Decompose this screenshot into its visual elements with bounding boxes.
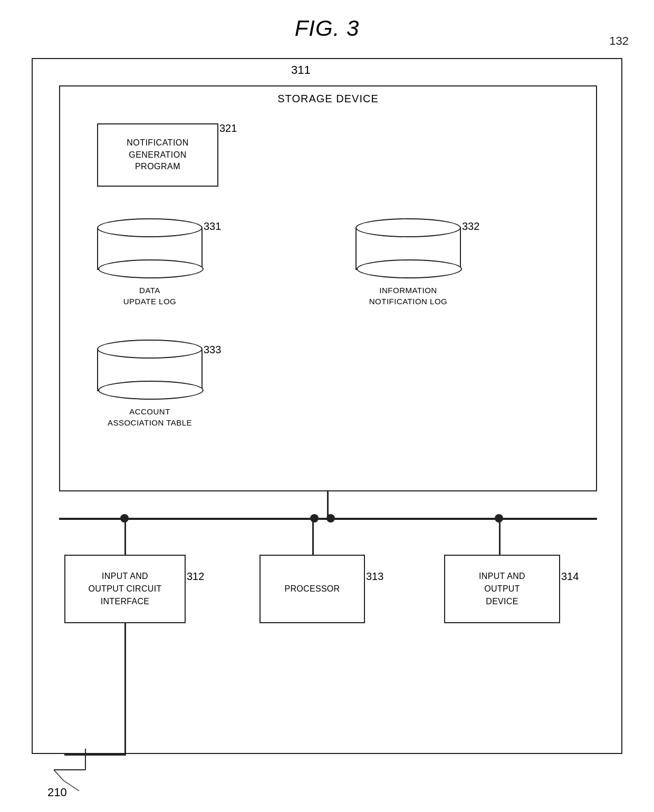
label-132: 132: [609, 34, 629, 48]
label-332: 332: [462, 220, 479, 233]
db-333-top: [97, 340, 203, 359]
db-331-cylinder: [97, 218, 203, 270]
label-331: 331: [204, 220, 221, 233]
storage-device-box: STORAGE DEVICE NOTIFICATION GENERATION P…: [59, 85, 597, 491]
label-312: 312: [187, 571, 204, 583]
ngp-label: NOTIFICATION GENERATION PROGRAM: [127, 137, 189, 172]
bus-dot-313: [310, 514, 319, 523]
db-333-container: ACCOUNT ASSOCIATION TABLE: [97, 340, 203, 428]
bus-dot-storage: [326, 514, 335, 523]
vert-conn-314: [499, 520, 501, 555]
label-314: 314: [561, 571, 579, 583]
db-331-bottom: [98, 259, 204, 278]
box-313-label: PROCESSOR: [285, 583, 340, 595]
vert-conn-out: [124, 623, 126, 755]
db-333-cylinder: [97, 340, 203, 391]
label-321: 321: [219, 122, 237, 134]
leader-210: [21, 749, 127, 812]
vert-conn-313: [312, 520, 314, 555]
db-332-cylinder: [355, 218, 461, 270]
input-output-circuit-interface-box: INPUT AND OUTPUT CIRCUIT INTERFACE: [64, 555, 186, 623]
db-332-container: INFORMATION NOTIFICATION LOG: [355, 218, 461, 307]
box-314-label: INPUT AND OUTPUT DEVICE: [479, 570, 525, 608]
db-331-container: DATA UPDATE LOG: [97, 218, 203, 307]
db-332-bottom: [357, 259, 462, 278]
db-331-top: [97, 218, 203, 237]
storage-device-label: STORAGE DEVICE: [60, 93, 596, 105]
box-312-label: INPUT AND OUTPUT CIRCUIT INTERFACE: [88, 570, 161, 608]
vert-conn-312: [124, 520, 126, 555]
db-331-label: DATA UPDATE LOG: [123, 285, 177, 307]
label-210: 210: [47, 786, 67, 799]
db-333-bottom: [98, 381, 204, 400]
processor-box: PROCESSOR: [259, 555, 365, 623]
outer-box-132: 311 STORAGE DEVICE NOTIFICATION GENERATI…: [32, 58, 622, 754]
label-333: 333: [204, 344, 221, 356]
label-311: 311: [291, 63, 311, 77]
db-332-top: [355, 218, 461, 237]
label-313: 313: [366, 571, 383, 583]
db-332-label: INFORMATION NOTIFICATION LOG: [369, 285, 448, 307]
svg-line-2: [54, 770, 63, 780]
input-output-device-box: INPUT AND OUTPUT DEVICE: [444, 555, 560, 623]
ngp-box: NOTIFICATION GENERATION PROGRAM: [97, 123, 218, 187]
figure-title: FIG. 3: [0, 0, 654, 52]
db-333-label: ACCOUNT ASSOCIATION TABLE: [108, 406, 192, 428]
